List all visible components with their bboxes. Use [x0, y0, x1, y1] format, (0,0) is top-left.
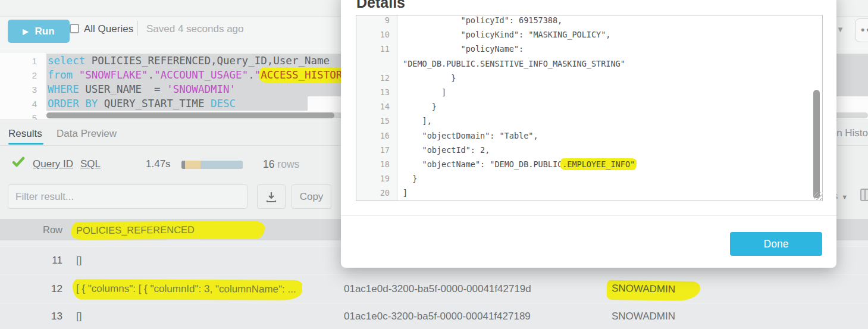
duration-bar: [181, 161, 243, 169]
details-modal: Details 9 "policyId": 69157388,10 "polic…: [341, 0, 836, 268]
code-line-text: "policyKind": "MASKING_POLICY",: [398, 27, 611, 42]
code-line: 9 "policyId": 69157388,: [356, 15, 822, 27]
code-line-number: 17: [356, 145, 398, 155]
sql-token: BY: [85, 98, 98, 109]
highlight-marker: .EMPLOYEE_INFO": [560, 158, 637, 170]
sql-token: .: [148, 69, 155, 81]
code-line-number: 19: [356, 174, 398, 183]
query-id-cell: 01ac1e0c-3200-ba5f-0000-00041f427189: [344, 303, 531, 329]
code-line: 20]: [356, 186, 822, 200]
query-id-cell: 01ac1e0d-3200-ba5f-0000-00041f42719d: [344, 275, 531, 303]
sql-token: USER_NAME =: [79, 83, 167, 95]
resize-grip[interactable]: [814, 192, 822, 200]
panel-icon[interactable]: [860, 189, 868, 201]
row-count-unit: rows: [277, 158, 299, 170]
line-code: WHERE USER_NAME = 'SNOWADMIN': [48, 82, 236, 96]
table-row[interactable]: 12[ { "columns": [ { "columnId": 3, "col…: [0, 275, 868, 303]
policies-cell: []: [76, 303, 82, 329]
line-number: 5: [0, 113, 37, 121]
more-actions-button[interactable]: ••: [855, 18, 868, 42]
row-number: 11: [0, 247, 62, 274]
line-code: ORDER BY QUERY_START_TIME DESC: [48, 96, 236, 111]
code-line-text: }: [398, 99, 437, 114]
editor-hscrollbar-thumb[interactable]: [46, 112, 334, 118]
code-line-number: 10: [356, 30, 398, 39]
query-duration: 1.47s: [146, 158, 171, 170]
code-line-number: 15: [356, 116, 398, 126]
code-line-text: ],: [398, 114, 432, 128]
code-line-number: 20: [356, 188, 398, 198]
header-row-number: Row: [36, 219, 62, 240]
duration-bar-segment: [200, 161, 243, 169]
query-id-link[interactable]: Query ID: [33, 158, 73, 170]
sql-token: .: [248, 69, 255, 81]
code-line-text: "objectId": 2,: [398, 143, 490, 157]
code-line-text: ]: [398, 186, 408, 200]
modal-title: Details: [356, 0, 405, 11]
active-tab-underline: [8, 143, 43, 145]
code-line-number: 14: [356, 102, 398, 111]
code-line: "DEMO_DB.PUBLIC.SENSITIVE_INFO_MASKING_S…: [356, 57, 822, 71]
highlight-marker: SNOWADMIN: [607, 280, 701, 301]
tab-results[interactable]: Results: [8, 128, 42, 140]
sql-token: WHERE: [48, 83, 79, 95]
code-line-text: }: [398, 71, 456, 85]
all-queries-checkbox[interactable]: [70, 24, 79, 33]
run-button-label: Run: [35, 26, 55, 37]
saved-status: Saved 4 seconds ago: [146, 23, 244, 35]
chevron-down-icon[interactable]: ▼: [836, 25, 844, 34]
code-line: 15 ],: [356, 114, 822, 128]
download-icon: [265, 191, 277, 203]
chevron-down-icon: ▼: [841, 193, 848, 200]
code-line: 16 "objectDomain": "Table",: [356, 129, 822, 143]
sql-token: [73, 69, 79, 81]
policies-cell: []: [76, 247, 82, 274]
all-queries-label[interactable]: All Queries: [84, 23, 133, 35]
sql-token: [79, 98, 86, 109]
header-policies-referenced[interactable]: POLICIES_REFERENCED: [76, 219, 265, 240]
json-code-viewer[interactable]: 9 "policyId": 69157388,10 "policyKind": …: [356, 15, 823, 201]
done-button[interactable]: Done: [730, 232, 822, 256]
line-number: 3: [0, 84, 37, 95]
code-line-number: 13: [356, 87, 398, 97]
code-line-text: "policyName":: [398, 42, 524, 56]
download-button[interactable]: [257, 184, 286, 209]
copy-button[interactable]: Copy: [292, 184, 331, 209]
code-line: 11 "policyName":: [356, 42, 822, 56]
code-lines: 9 "policyId": 69157388,10 "policyKind": …: [356, 15, 822, 200]
code-line-text: "policyId": 69157388,: [398, 15, 562, 27]
highlight-marker: POLICIES_REFERENCED: [71, 221, 265, 240]
code-line-number: 11: [356, 44, 398, 54]
code-line-number: 18: [356, 159, 398, 169]
sql-token: from: [48, 69, 73, 81]
sql-token: "ACCOUNT_USAGE": [154, 69, 248, 81]
play-icon: ▶: [23, 28, 28, 35]
code-vscrollbar-thumb[interactable]: [813, 90, 820, 198]
run-button[interactable]: ▶ Run: [8, 20, 70, 43]
tab-data-preview[interactable]: Data Preview: [57, 128, 117, 140]
sql-token: POLICIES_REFERENCED,Query_ID,User_Name: [85, 55, 330, 67]
code-line: 13 ]: [356, 85, 822, 99]
line-code: select POLICIES_REFERENCED,Query_ID,User…: [48, 54, 330, 68]
user-name-cell: SNOWADMIN: [612, 303, 675, 329]
sql-token: QUERY_START_TIME: [98, 98, 211, 109]
sql-token: select: [48, 55, 85, 67]
sql-link[interactable]: SQL: [80, 158, 101, 170]
highlight-marker: [ { "columns": [ { "columnId": 3, "colum…: [73, 279, 302, 300]
table-row[interactable]: 13[]01ac1e0c-3200-ba5f-0000-00041f427189…: [0, 303, 868, 329]
code-line-text: }: [398, 171, 417, 186]
user-name-cell: SNOWADMIN: [612, 275, 700, 303]
toolbar-divider: [137, 21, 138, 36]
filter-input[interactable]: [8, 184, 247, 209]
line-number: 1: [0, 56, 37, 66]
row-count-value: 16: [263, 158, 274, 170]
code-line: 12 }: [356, 71, 822, 85]
code-line-text: "DEMO_DB.PUBLIC.SENSITIVE_INFO_MASKING_S…: [398, 57, 625, 71]
code-line: 14 }: [356, 99, 822, 114]
code-line-text: "objectName": "DEMO_DB.PUBLIC.EMPLOYEE_I…: [398, 157, 635, 171]
row-count: 16 rows: [263, 158, 299, 171]
sql-token: DESC: [211, 98, 236, 109]
row-number: 13: [0, 303, 62, 329]
line-code: from "SNOWFLAKE"."ACCOUNT_USAGE"."ACCESS…: [48, 68, 355, 82]
code-line: 10 "policyKind": "MASKING_POLICY",: [356, 27, 822, 42]
